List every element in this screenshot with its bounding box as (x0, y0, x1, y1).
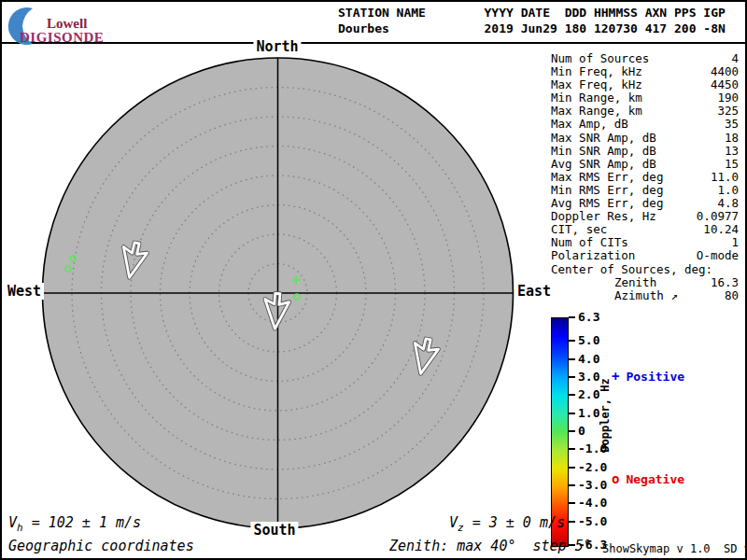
param-row: Azimuth ↗80 (551, 289, 739, 302)
colorbar-tick (569, 413, 575, 414)
param-row: Avg SNR Amp, dB15 (551, 158, 739, 171)
colorbar-tick (569, 394, 575, 396)
lowell-digisonde-logo: Lowell DIGISONDE (6, 4, 146, 43)
param-row: Min Range, km190 (551, 91, 739, 105)
param-row: Min SNR Amp, dB13 (551, 145, 739, 158)
param-label: Max Range, km (551, 105, 642, 118)
param-row: Max Range, km325 (551, 105, 739, 118)
param-value: 325 (717, 105, 739, 118)
colorbar-tick-label: 4.0 (578, 352, 599, 367)
param-value: 11.0 (711, 171, 739, 184)
azimuth-direction-icon: ↗ (664, 288, 678, 302)
param-label: Max Freq, kHz (551, 78, 642, 91)
logo-digisonde-text: DIGISONDE (20, 30, 104, 46)
param-value: 13 (725, 145, 739, 158)
colorbar-tick (569, 316, 575, 318)
param-row: Max Amp, dB35 (551, 118, 739, 131)
param-label: CIT, sec (551, 223, 607, 236)
param-label: Min Range, km (551, 91, 642, 105)
legend-positive-label: Positive (626, 370, 684, 384)
param-label: Doppler Res, Hz (551, 210, 656, 223)
param-value: 35 (725, 118, 739, 131)
compass-label-north: North (253, 38, 301, 55)
vz-symbol: V (449, 514, 458, 531)
param-label: Avg RMS Err, deg (551, 197, 663, 210)
compass-label-south: South (250, 522, 298, 539)
colorbar-tick-label: -5.0 (578, 514, 607, 529)
param-value: 4 (731, 52, 739, 65)
param-row: Max RMS Err, deg11.0 (551, 171, 739, 184)
param-value: 4.8 (717, 197, 739, 210)
param-value: 1.0 (717, 184, 739, 197)
param-row: Center of Sources, deg: (551, 263, 739, 276)
colorbar-tick (569, 448, 575, 450)
param-row: Num of Sources4 (551, 52, 739, 65)
param-value: O-mode (697, 249, 739, 262)
header-column-titles: STATION NAME YYYY DATE DDD HHMMSS AXN PP… (338, 5, 726, 21)
plus-marker-icon: + (612, 369, 619, 384)
colorbar-tick (569, 376, 575, 378)
param-row: PolarizationO-mode (551, 249, 739, 262)
param-row: CIT, sec10.24 (551, 223, 739, 236)
param-row: Max Freq, kHz4450 (551, 78, 739, 91)
param-value: 4450 (711, 78, 739, 91)
colorbar-tick (569, 521, 575, 523)
colorbar-tick-label: -3.0 (578, 478, 607, 493)
colorbar-tick (569, 467, 575, 469)
param-value: 15 (725, 158, 739, 171)
compass-label-west: West (5, 283, 44, 300)
param-label: Max RMS Err, deg (551, 171, 663, 184)
param-label: Min RMS Err, deg (551, 184, 663, 197)
param-label: Avg SNR Amp, dB (551, 158, 656, 171)
param-value: 80 (725, 289, 739, 302)
compass-label-east: East (514, 283, 554, 300)
param-label: Polarization (551, 249, 635, 262)
colorbar-axis-label: Doppler, Hz (599, 378, 612, 452)
param-label: Num of Sources (551, 52, 649, 65)
param-row: Doppler Res, Hz0.0977 (551, 210, 739, 223)
param-value: 1 (731, 236, 739, 249)
param-row: Zenith16.3 (551, 276, 739, 289)
param-value: 4400 (711, 65, 739, 78)
param-label: Azimuth ↗ (614, 289, 678, 302)
param-row: Min Freq, kHz4400 (551, 65, 739, 78)
colorbar-tick (569, 484, 575, 486)
param-value: 18 (725, 132, 739, 145)
param-value: 10.24 (703, 223, 739, 236)
colorbar-tick-label: 3.0 (578, 370, 599, 385)
colorbar-tick (569, 502, 575, 504)
vz-subscript: z (458, 522, 464, 534)
colorbar-tick-label: -4.0 (578, 496, 607, 511)
param-label: Min SNR Amp, dB (551, 145, 656, 158)
colorbar-tick-label: -2.0 (578, 460, 607, 475)
legend-negative-label: Negative (626, 472, 684, 486)
colorbar-tick (569, 340, 575, 342)
param-label: Num of CITs (551, 236, 628, 249)
vh-symbol: V (8, 514, 17, 531)
param-row: Avg RMS Err, deg4.8 (551, 197, 739, 210)
coordinate-system-label: Geographic coordinates (8, 538, 194, 554)
param-value: 0.0977 (697, 210, 739, 223)
colorbar-tick-label: 5.0 (578, 333, 599, 348)
vh-value: = 102 ± 1 m/s (23, 514, 141, 531)
vz-value: = 3 ± 0 m/s (464, 514, 565, 531)
param-label: Zenith (614, 276, 656, 289)
vertical-velocity-readout: Vz = 3 ± 0 m/s (449, 514, 565, 534)
colorbar-tick-label: 1.0 (578, 406, 599, 421)
param-label: Max SNR Amp, dB (551, 132, 656, 145)
param-row: Min RMS Err, deg1.0 (551, 184, 739, 197)
param-value: 190 (717, 91, 739, 105)
header-station-values: Dourbes 2019 Jun29 180 120730 417 200 -8… (338, 21, 726, 36)
legend-positive: +Positive (612, 369, 684, 384)
colorbar-tick (569, 358, 575, 360)
parameter-panel: Num of Sources4Min Freq, kHz4400Max Freq… (551, 52, 739, 302)
software-version-label: ShowSkymap v 1.0 SD v 5.1 (602, 542, 747, 555)
param-label: Center of Sources, deg: (551, 263, 712, 276)
param-value: 16.3 (711, 276, 739, 289)
legend-negative: oNegative (612, 471, 684, 486)
param-row: Max SNR Amp, dB18 (551, 132, 739, 145)
colorbar-tick-label: 0 (578, 424, 585, 439)
param-row: Num of CITs1 (551, 236, 739, 249)
doppler-colorbar (551, 317, 569, 547)
horizontal-velocity-readout: Vh = 102 ± 1 m/s (8, 514, 141, 534)
